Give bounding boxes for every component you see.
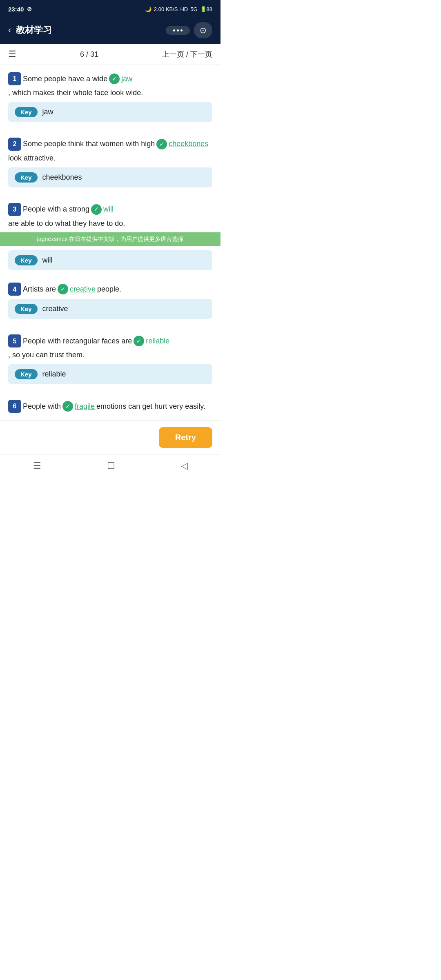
toolbar: ☰ 6 / 31 上一页 / 下一页: [0, 44, 220, 65]
q3-answer: will: [103, 203, 114, 215]
check-icon-3: ✓: [91, 204, 102, 215]
check-icon-2: ✓: [156, 139, 167, 149]
retry-button[interactable]: Retry: [159, 427, 212, 448]
target-button[interactable]: ⊙: [194, 22, 212, 38]
status-network: 5G: [190, 6, 197, 12]
bottom-menu-icon[interactable]: ☰: [33, 461, 41, 471]
question-text-2: 2 Some people think that women with high…: [8, 138, 212, 164]
moon-icon: 🌙: [145, 6, 151, 12]
page-title: 教材学习: [16, 24, 52, 36]
check-icon-1: ✓: [109, 74, 120, 84]
question-item-4: 4 Artists are ✓ creative people. Key cre…: [8, 275, 212, 327]
page-navigation[interactable]: 上一页 / 下一页: [162, 49, 212, 59]
key-box-2: Key cheekbones: [8, 167, 212, 187]
key-badge-4: Key: [15, 304, 38, 314]
question-text-5: 5 People with rectangular faces are ✓ re…: [8, 334, 212, 361]
q5-before: People with rectangular faces are: [23, 335, 132, 347]
q1-after: , which makes their whole face look wide…: [8, 87, 143, 99]
question-num-3: 3: [8, 203, 21, 216]
q5-answer: reliable: [146, 335, 169, 347]
nav-bar: ‹ 教材学习 ⊙: [0, 18, 220, 44]
status-hd: HD: [180, 6, 188, 12]
question-num-6: 6: [8, 400, 21, 413]
key-box-4: Key creative: [8, 299, 212, 319]
key-badge-2: Key: [15, 172, 38, 183]
battery-icon: 🔋88: [200, 6, 212, 12]
question-num-2: 2: [8, 138, 21, 151]
q2-before: Some people think that women with high: [23, 138, 155, 150]
menu-icon[interactable]: ☰: [8, 49, 16, 60]
key-word-3: will: [42, 256, 53, 265]
key-box-3: Key will: [8, 250, 212, 270]
q4-answer: creative: [70, 283, 96, 295]
question-item-5: 5 People with rectangular faces are ✓ re…: [8, 327, 212, 392]
bottom-back-icon[interactable]: ◁: [181, 461, 188, 471]
bottom-nav: ☰ ☐ ◁: [0, 454, 220, 479]
question-text-4: 4 Artists are ✓ creative people.: [8, 283, 212, 296]
q3-before: People with a strong: [23, 203, 89, 215]
key-badge-5: Key: [15, 369, 38, 379]
question-text-6: 6 People with ✓ fragile emotions can get…: [8, 400, 212, 413]
content-area: 1 Some people have a wide ✓ jaw , which …: [0, 65, 220, 416]
key-word-4: creative: [42, 305, 68, 313]
menu-dots-button[interactable]: [166, 26, 190, 35]
key-badge-3: Key: [15, 255, 38, 265]
status-time: 23:40: [8, 6, 24, 13]
question-item-6: 6 People with ✓ fragile emotions can get…: [8, 392, 212, 416]
key-word-1: jaw: [42, 108, 53, 116]
check-icon-4: ✓: [58, 284, 68, 294]
status-bar: 23:40 ⊘ 🌙 2.00 KB/S HD 5G 🔋88: [0, 0, 220, 18]
question-item-1: 1 Some people have a wide ✓ jaw , which …: [8, 65, 212, 130]
q1-before: Some people have a wide: [23, 73, 107, 85]
status-speed: 2.00 KB/S: [154, 6, 178, 12]
check-icon-5: ✓: [134, 336, 144, 346]
page-counter: 6 / 31: [80, 50, 98, 59]
status-signal-icon: ⊘: [27, 6, 32, 12]
key-box-5: Key reliable: [8, 364, 212, 384]
question-num-4: 4: [8, 283, 21, 296]
target-icon: ⊙: [200, 26, 207, 35]
q2-answer: cheekbones: [169, 138, 208, 150]
q6-answer: fragile: [75, 401, 95, 412]
retry-area: Retry: [0, 420, 220, 454]
q6-after: emotions can get hurt very easily.: [96, 401, 205, 412]
promo-banner: jagnexsmax 在日本提供中文版，为用户提供更多语言选择: [0, 232, 220, 246]
question-num-5: 5: [8, 334, 21, 347]
key-badge-1: Key: [15, 107, 38, 117]
q1-answer: jaw: [121, 73, 132, 85]
q4-before: Artists are: [23, 283, 56, 295]
bottom-home-icon[interactable]: ☐: [107, 461, 115, 471]
q4-after: people.: [97, 283, 121, 295]
key-box-1: Key jaw: [8, 102, 212, 122]
back-button[interactable]: ‹: [8, 25, 11, 36]
q5-after: , so you can trust them.: [8, 349, 85, 361]
check-icon-6: ✓: [62, 401, 73, 412]
question-item-2: 2 Some people think that women with high…: [8, 130, 212, 196]
q6-before: People with: [23, 401, 61, 412]
key-word-2: cheekbones: [42, 173, 82, 182]
question-item-3: 3 People with a strong ✓ will are able t…: [8, 196, 212, 233]
question-text-1: 1 Some people have a wide ✓ jaw , which …: [8, 72, 212, 99]
q2-after: look attractive.: [8, 152, 56, 164]
key-word-5: reliable: [42, 370, 66, 379]
question-num-1: 1: [8, 72, 21, 85]
q3-after: are able to do what they have to do.: [8, 218, 125, 229]
question-text-3: 3 People with a strong ✓ will are able t…: [8, 203, 212, 229]
